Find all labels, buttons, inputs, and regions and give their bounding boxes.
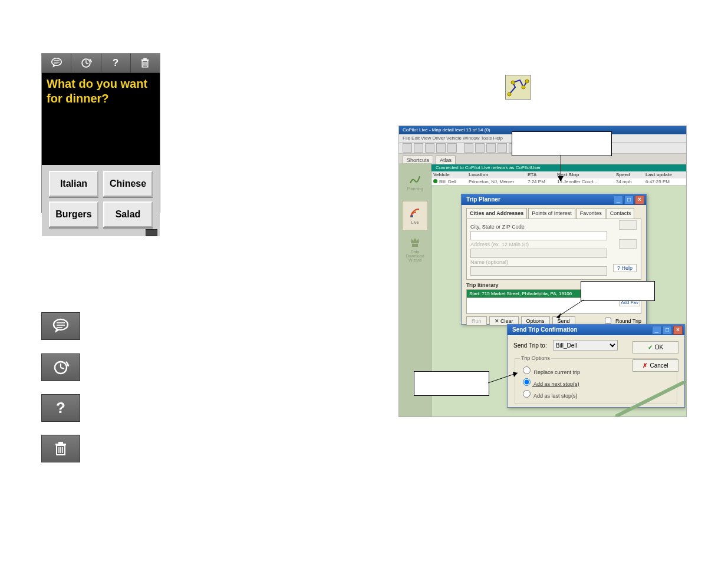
sidebar-item-planning[interactable]: Planning [403, 168, 427, 196]
trash-icon [41, 435, 80, 462]
toolbar-button[interactable] [403, 143, 412, 153]
col-eta: ETA [528, 172, 557, 177]
svg-marker-39 [556, 313, 561, 319]
minimize-button[interactable]: _ [614, 196, 623, 204]
reply-option-italian[interactable]: Italian [49, 171, 98, 197]
toolbar-button[interactable] [486, 143, 496, 153]
city-label: City, State or ZIP Code [470, 224, 637, 230]
svg-point-33 [525, 80, 529, 83]
callout-options [414, 371, 489, 396]
sidebar-item-live[interactable]: Live [402, 201, 428, 230]
name-label: Name (optional) [470, 259, 637, 265]
toolbar-button[interactable] [475, 143, 485, 153]
minimize-button[interactable]: _ [652, 326, 661, 335]
trip-planner-titlebar[interactable]: Trip Planner _ □ × [462, 194, 646, 205]
reply-option-chinese[interactable]: Chinese [103, 171, 153, 197]
send-trip-titlebar[interactable]: Send Trip Confirmation _ □ × [508, 325, 684, 335]
toolbar-button[interactable] [436, 143, 446, 153]
svg-point-34 [411, 215, 413, 217]
svg-point-0 [51, 58, 61, 65]
maximize-button[interactable]: □ [624, 196, 634, 204]
callout-vehicle [512, 131, 612, 156]
reply-button[interactable] [42, 54, 71, 72]
city-input[interactable] [470, 231, 607, 240]
toolbar-button[interactable] [447, 143, 457, 153]
tab-favorites[interactable]: Favorites [577, 208, 605, 219]
name-input[interactable] [470, 266, 607, 276]
maximize-button[interactable]: □ [663, 326, 672, 335]
incoming-message-text: What do you want for dinner? [42, 73, 160, 119]
tab-contacts[interactable]: Contacts [607, 208, 635, 219]
tab-poi[interactable]: Points of Interest [528, 208, 575, 219]
toolbar-button[interactable] [414, 143, 423, 153]
address-input[interactable] [470, 249, 607, 258]
reply-option-salad[interactable]: Salad [103, 201, 153, 227]
svg-rect-29 [58, 442, 63, 444]
address-label: Address (ex. 12 Main St) [470, 242, 637, 247]
toolbar-button[interactable] [464, 143, 473, 153]
svg-line-40 [488, 373, 518, 383]
trip-planner-tabs: Cities and Addresses Points of Interest … [462, 205, 646, 219]
toolbar-button[interactable] [498, 143, 507, 153]
col-vehicle: Vehicle [433, 172, 469, 177]
arrow-send [554, 300, 584, 320]
keyboard-icon[interactable] [146, 229, 157, 236]
svg-line-37 [615, 381, 686, 416]
arrow-options [488, 371, 523, 389]
reply-option-burgers[interactable]: Burgers [49, 201, 98, 227]
svg-point-30 [508, 92, 511, 96]
col-lastupdate: Last update [645, 172, 681, 177]
send-trip-to-label: Send Trip to: [513, 342, 547, 349]
svg-marker-41 [513, 372, 518, 377]
svg-line-21 [61, 368, 64, 369]
help-button[interactable]: ? Help [613, 264, 637, 272]
svg-line-6 [86, 63, 88, 64]
ok-button[interactable]: ✓ OK [633, 341, 678, 353]
recipient-select[interactable]: Bill_Dell [553, 340, 618, 351]
svg-rect-36 [412, 244, 418, 247]
connection-status: Connected to CoPilot Live network as CoP… [431, 164, 686, 171]
svg-rect-28 [55, 444, 66, 445]
toolbar-button[interactable] [425, 143, 434, 153]
reply-options-grid: Italian Chinese Burgers Salad [42, 165, 160, 230]
speech-icon [41, 312, 80, 340]
tab-cities-addresses[interactable]: Cities and Addresses [466, 208, 527, 219]
close-button[interactable]: × [673, 326, 683, 335]
mobile-footer [42, 230, 160, 236]
cancel-button[interactable]: ✗ Cancel [633, 359, 678, 372]
mobile-topbar: ? [42, 54, 160, 73]
trip-options-legend: Trip Options [520, 355, 551, 361]
send-trip-toolbar-icon[interactable] [505, 75, 531, 100]
col-nextstop: Next Stop [557, 172, 616, 177]
svg-marker-35 [411, 238, 419, 243]
svg-point-31 [511, 81, 515, 84]
svg-text:?: ? [56, 399, 65, 416]
mobile-message-screen: ? What do you want for dinner? Italian C… [41, 53, 160, 213]
help-icon: ? [41, 394, 80, 422]
arrow-head [558, 176, 564, 181]
round-trip-label: Round Trip [615, 318, 641, 324]
message-body-spacer [42, 119, 160, 165]
sidebar-item-download[interactable]: Data Download Wizard [403, 235, 427, 263]
svg-rect-13 [141, 59, 149, 61]
col-location: Location [469, 172, 528, 177]
arrow-line [561, 155, 561, 176]
svg-rect-14 [144, 58, 147, 59]
defer-button[interactable] [71, 54, 101, 72]
round-trip-checkbox[interactable] [605, 318, 611, 324]
help-button[interactable]: ? [101, 54, 131, 72]
svg-text:?: ? [113, 57, 118, 68]
trip-planner-body: City, State or ZIP Code Address (ex. 12 … [466, 219, 641, 280]
defer-icon [41, 353, 80, 381]
svg-point-15 [54, 319, 68, 330]
map-decoration [615, 381, 686, 416]
add-button[interactable] [619, 220, 637, 230]
svg-point-32 [522, 85, 525, 89]
run-button[interactable]: Run [466, 316, 487, 326]
lookup-button[interactable] [619, 239, 637, 249]
close-button[interactable]: × [635, 196, 644, 204]
tab-atlas[interactable]: Atlas [436, 156, 456, 164]
delete-button[interactable] [131, 54, 160, 72]
col-speed: Speed [616, 172, 645, 177]
callout-send [581, 281, 655, 301]
